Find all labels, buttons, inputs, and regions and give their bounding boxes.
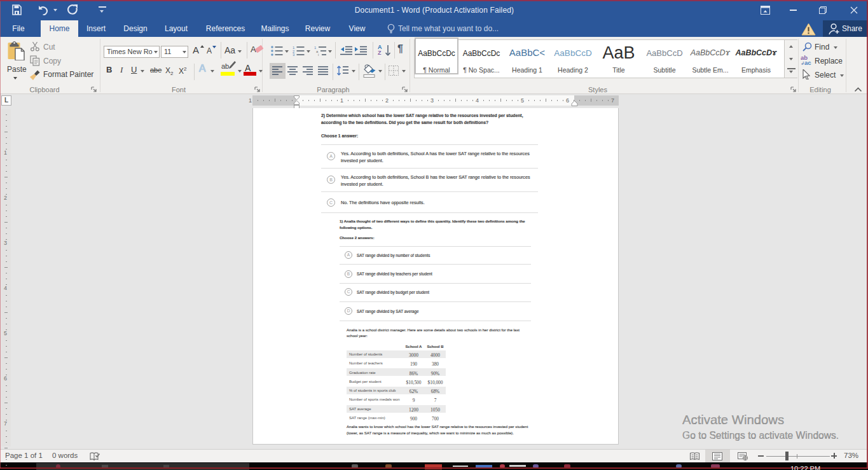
svg-text:i: i [318, 53, 319, 56]
svg-text:3: 3 [293, 53, 295, 56]
